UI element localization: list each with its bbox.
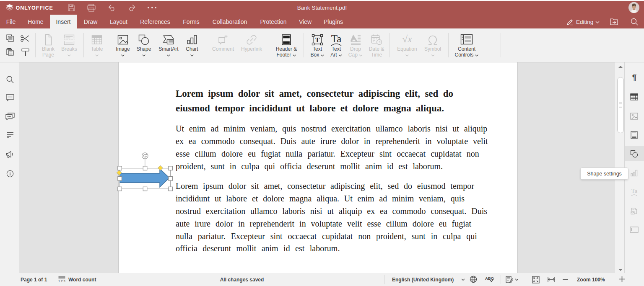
svg-text:T: T bbox=[315, 36, 320, 44]
svg-text:1 2 3: 1 2 3 bbox=[58, 279, 65, 283]
